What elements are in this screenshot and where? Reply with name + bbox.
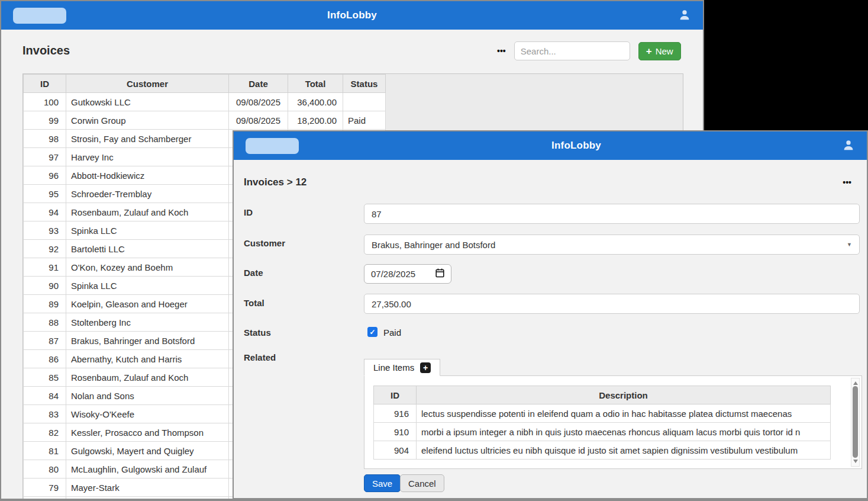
cell-customer: Mayer-Stark	[66, 478, 229, 497]
cell-customer: Rosenbaum, Zulauf and Koch	[66, 368, 229, 387]
cell-customer: Schroeder-Tremblay	[66, 185, 229, 203]
cell-id: 94	[24, 203, 66, 221]
cell-id: 91	[24, 258, 66, 277]
save-button[interactable]: Save	[364, 474, 401, 492]
cell-customer: O'Kon, Kozey and Boehm	[66, 258, 229, 277]
cell-status	[343, 93, 386, 111]
more-menu-icon[interactable]: •••	[843, 178, 851, 187]
cell-description: eleifend luctus ultricies eu nibh quisqu…	[417, 441, 831, 460]
table-header-row: ID Description	[374, 386, 831, 404]
col-header-date[interactable]: Date	[229, 75, 288, 93]
caret-down-icon: ▼	[847, 242, 852, 248]
cell-customer: Abernathy, Kutch and Harris	[66, 350, 229, 368]
scroll-up-icon[interactable]	[853, 381, 858, 385]
table-row[interactable]: 100Gutkowski LLC09/08/202536,400.00	[24, 93, 386, 111]
total-label: Total	[244, 298, 264, 308]
col-header-status[interactable]: Status	[343, 75, 386, 93]
col-header-id[interactable]: ID	[24, 75, 66, 93]
new-button[interactable]: + New	[638, 42, 681, 60]
table-row[interactable]: 910morbi a ipsum integer a nibh in quis …	[374, 423, 831, 441]
cell-id: 89	[24, 295, 66, 313]
user-icon[interactable]	[842, 139, 855, 152]
cell-customer: Bartoletti LLC	[66, 240, 229, 258]
customer-select[interactable]: Brakus, Bahringer and Botsford ▼	[364, 235, 860, 255]
app-title: InfoLobby	[286, 140, 867, 152]
col-header-customer[interactable]: Customer	[66, 75, 229, 93]
cell-date: 09/08/2025	[229, 93, 288, 111]
cell-total: 18,200.00	[288, 111, 343, 130]
cell-customer: Aufderhar LLC	[66, 497, 229, 501]
plus-icon: +	[423, 364, 428, 372]
cell-customer: Rosenbaum, Zulauf and Koch	[66, 203, 229, 221]
date-label: Date	[244, 268, 263, 278]
titlebar: InfoLobby	[1, 1, 703, 30]
cell-customer: Spinka LLC	[66, 221, 229, 240]
tab-line-items-label: Line Items	[373, 362, 414, 372]
line-items-panel: ID Description 916lectus suspendisse pot…	[364, 375, 862, 469]
cell-id: 78	[24, 497, 66, 501]
cell-customer: Wisoky-O'Keefe	[66, 405, 229, 423]
status-checkbox[interactable]: ✓	[367, 327, 377, 337]
cell-description: morbi a ipsum integer a nibh in quis jus…	[417, 423, 831, 441]
id-field[interactable]	[364, 204, 860, 224]
line-items-scrollbar[interactable]	[851, 378, 860, 467]
tab-line-items[interactable]: Line Items +	[364, 359, 440, 376]
cell-customer: Harvey Inc	[66, 148, 229, 166]
cell-id: 916	[374, 404, 417, 423]
line-items-table-body: 916lectus suspendisse potenti in eleifen…	[374, 404, 831, 460]
cell-customer: McLaughlin, Gulgowski and Zulauf	[66, 460, 229, 478]
cell-id: 95	[24, 185, 66, 203]
customer-label: Customer	[244, 238, 285, 248]
search-input[interactable]	[514, 41, 630, 60]
cell-customer: Spinka LLC	[66, 277, 229, 295]
cell-customer: Nolan and Sons	[66, 387, 229, 405]
id-label: ID	[244, 207, 253, 217]
plus-icon: +	[646, 46, 652, 56]
cell-customer: Abbott-Hodkiewicz	[66, 166, 229, 185]
scroll-down-icon[interactable]	[853, 460, 858, 463]
cell-id: 904	[374, 441, 417, 460]
more-menu-icon[interactable]: •••	[497, 46, 506, 56]
col-header-id[interactable]: ID	[374, 386, 417, 404]
cell-status: Paid	[343, 111, 386, 130]
cell-id: 85	[24, 368, 66, 387]
cell-id: 93	[24, 221, 66, 240]
invoice-detail-window: InfoLobby Invoices > 12 ••• ID Customer …	[233, 130, 868, 501]
cell-id: 90	[24, 277, 66, 295]
cell-date: 09/08/2025	[229, 111, 288, 130]
cell-customer: Brakus, Bahringer and Botsford	[66, 332, 229, 350]
customer-select-value: Brakus, Bahringer and Botsford	[372, 240, 495, 250]
cell-customer: Strosin, Fay and Schamberger	[66, 130, 229, 148]
cell-id: 83	[24, 405, 66, 423]
cell-id: 80	[24, 460, 66, 478]
col-header-description[interactable]: Description	[417, 386, 831, 404]
breadcrumb: Invoices > 12	[244, 176, 306, 188]
table-row[interactable]: 99Corwin Group09/08/202518,200.00Paid	[24, 111, 386, 130]
col-header-total[interactable]: Total	[288, 75, 343, 93]
related-label: Related	[244, 352, 276, 362]
add-line-item-button[interactable]: +	[420, 362, 431, 373]
line-items-table: ID Description 916lectus suspendisse pot…	[373, 386, 831, 460]
cell-id: 84	[24, 387, 66, 405]
cell-id: 87	[24, 332, 66, 350]
user-icon[interactable]	[678, 8, 691, 21]
table-row[interactable]: 904eleifend luctus ultricies eu nibh qui…	[374, 441, 831, 460]
calendar-icon[interactable]	[435, 268, 444, 280]
table-row[interactable]: 916lectus suspendisse potenti in eleifen…	[374, 404, 831, 423]
status-checkbox-label: Paid	[383, 327, 401, 338]
cancel-button[interactable]: Cancel	[400, 474, 444, 492]
cell-id: 92	[24, 240, 66, 258]
cell-customer: Koelpin, Gleason and Hoeger	[66, 295, 229, 313]
cell-id: 81	[24, 442, 66, 460]
cell-id: 98	[24, 130, 66, 148]
cell-customer: Kessler, Prosacco and Thompson	[66, 423, 229, 442]
total-field[interactable]	[364, 294, 860, 314]
titlebar: InfoLobby	[234, 131, 867, 160]
date-field[interactable]: 07/28/2025	[364, 264, 451, 284]
cell-description: lectus suspendisse potenti in eleifend q…	[417, 404, 831, 423]
scrollbar-thumb[interactable]	[853, 386, 858, 458]
cell-id: 88	[24, 313, 66, 332]
cell-id: 97	[24, 148, 66, 166]
new-button-label: New	[656, 46, 673, 56]
cell-customer: Corwin Group	[66, 111, 229, 130]
